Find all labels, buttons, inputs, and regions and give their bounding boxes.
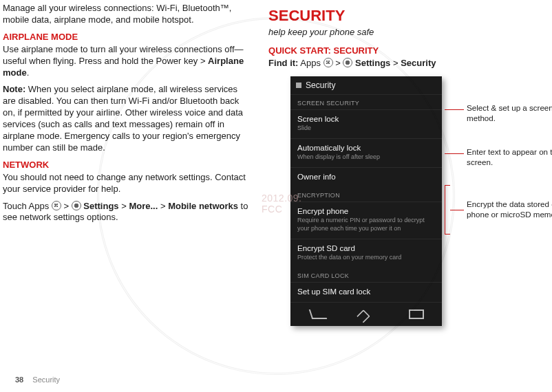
nav-home-icon[interactable]	[359, 309, 374, 319]
gear-icon	[72, 201, 81, 210]
annotation-column: Select & set up a screen lock method. En…	[449, 76, 540, 326]
annotation-owner-info: Enter text to appear on the lock screen.	[467, 146, 552, 167]
footer-section: Security	[32, 375, 60, 384]
heading-network: NETWORK	[3, 160, 249, 170]
callout-bracket	[445, 185, 450, 235]
intro-paragraph: Manage all your wireless connections: Wi…	[3, 3, 249, 26]
section-encryption: ENCRYPTION	[290, 187, 442, 202]
phone-title: Security	[306, 80, 335, 90]
apps-icon	[52, 201, 61, 210]
heading-airplane-mode: AIRPLANE MODE	[3, 32, 249, 42]
row-subtitle: When display is off after sleep	[297, 153, 435, 161]
left-column: Manage all your wireless connections: Wi…	[3, 3, 249, 326]
row-title: Automatically lock	[297, 144, 435, 152]
row-title: Set up SIM card lock	[297, 287, 435, 296]
section-screen-security: SCREEN SECURITY	[290, 95, 442, 109]
security-subtitle: help keep your phone safe	[268, 27, 540, 39]
find-it-line: Find it: Apps > Settings > Security	[268, 58, 540, 69]
nav-back-icon[interactable]	[308, 309, 323, 319]
page-number: 38	[15, 375, 23, 384]
apps-icon	[323, 58, 333, 67]
annotation-encryption: Encrypt the data stored on your phone or…	[467, 199, 552, 219]
right-column: SECURITY help keep your phone safe QUICK…	[268, 3, 540, 326]
callout-line	[445, 109, 464, 110]
row-title: Owner info	[297, 173, 435, 181]
gear-icon	[343, 58, 352, 67]
row-subtitle: Require a numeric PIN or password to dec…	[297, 217, 435, 232]
network-paragraph-2: Touch Apps > Settings > More... > Mobile…	[3, 201, 249, 224]
page-body: Manage all your wireless connections: Wi…	[0, 0, 552, 326]
callout-line	[445, 153, 464, 154]
phone-mockup: Security SCREEN SECURITY Screen lock Sli…	[290, 76, 442, 326]
callout-line	[450, 210, 464, 210]
row-subtitle: Slide	[297, 124, 435, 132]
airplane-paragraph: Use airplane mode to turn all your wirel…	[3, 44, 249, 79]
row-encrypt-phone[interactable]: Encrypt phone Require a numeric PIN or p…	[290, 202, 442, 239]
back-icon[interactable]	[296, 83, 301, 88]
phone-illustration-wrap: Security SCREEN SECURITY Screen lock Sli…	[268, 76, 540, 326]
row-sim-lock[interactable]: Set up SIM card lock	[290, 282, 442, 302]
network-paragraph-1: You should not need to change any networ…	[3, 172, 249, 195]
row-screen-lock[interactable]: Screen lock Slide	[290, 109, 442, 138]
section-sim-lock: SIM CARD LOCK	[290, 268, 442, 282]
annotation-screen-lock: Select & set up a screen lock method.	[467, 102, 552, 123]
phone-titlebar: Security	[290, 76, 442, 95]
row-subtitle: Protect the data on your memory card	[297, 254, 435, 261]
row-encrypt-sd[interactable]: Encrypt SD card Protect the data on your…	[290, 239, 442, 268]
row-owner-info[interactable]: Owner info	[290, 167, 442, 187]
row-title: Encrypt phone	[297, 207, 435, 215]
page-footer: 38 Security	[15, 375, 60, 384]
row-auto-lock[interactable]: Automatically lock When display is off a…	[290, 138, 442, 167]
phone-navbar	[290, 302, 442, 326]
row-title: Encrypt SD card	[297, 244, 435, 252]
row-title: Screen lock	[297, 115, 435, 123]
nav-recent-icon[interactable]	[409, 309, 424, 319]
note-paragraph: Note: When you select airplane mode, all…	[3, 84, 249, 153]
heading-quick-start: QUICK START: SECURITY	[268, 45, 540, 56]
heading-security: SECURITY	[268, 7, 540, 25]
